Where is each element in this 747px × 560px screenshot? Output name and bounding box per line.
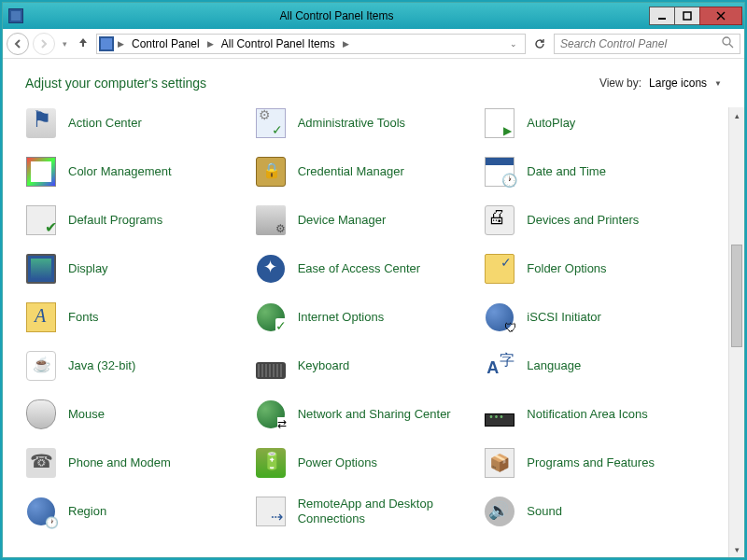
ease-icon [255, 253, 287, 285]
svg-line-5 [729, 44, 733, 48]
back-button[interactable] [7, 33, 29, 55]
scroll-up-button[interactable]: ▴ [729, 107, 744, 123]
item-label: Keyboard [298, 358, 350, 373]
control-panel-item[interactable]: Folder Options [484, 253, 706, 285]
breadcrumb-root[interactable]: Control Panel [128, 37, 204, 50]
item-label: Fonts [68, 310, 99, 325]
svg-point-4 [723, 37, 730, 45]
control-panel-item[interactable]: Phone and Modem [25, 447, 247, 479]
item-label: Region [68, 504, 106, 519]
folder-icon [484, 253, 515, 285]
control-panel-item[interactable]: Color Management [25, 156, 247, 188]
view-by: View by: Large icons ▼ [599, 77, 722, 90]
item-label: AutoPlay [527, 116, 575, 131]
navbar: ▾ ▶ Control Panel ▶ All Control Panel It… [3, 29, 744, 59]
notif-icon [484, 399, 515, 430]
close-button[interactable] [699, 7, 742, 25]
content-area: Action CenterAdministrative ToolsAutoPla… [3, 107, 744, 557]
cred-icon [255, 156, 287, 188]
control-panel-item[interactable]: Network and Sharing Center [255, 399, 477, 430]
chevron-down-icon[interactable]: ▼ [714, 79, 722, 88]
control-panel-item[interactable]: Devices and Printers [484, 204, 706, 236]
color-icon [25, 156, 57, 188]
chevron-right-icon[interactable]: ▶ [341, 39, 351, 49]
item-label: Device Manager [298, 213, 387, 228]
search-box[interactable] [554, 34, 740, 54]
devmgr-icon [255, 204, 287, 236]
scroll-thumb[interactable] [731, 245, 742, 347]
control-panel-item[interactable]: Administrative Tools [255, 107, 477, 139]
scroll-down-button[interactable]: ▾ [729, 541, 744, 557]
control-panel-item[interactable]: Default Programs [25, 204, 247, 236]
item-label: Ease of Access Center [298, 261, 421, 276]
mouse-icon [25, 399, 57, 430]
item-label: Java (32-bit) [68, 358, 135, 373]
control-panel-item[interactable]: Fonts [25, 301, 247, 333]
control-panel-item[interactable]: Language [484, 350, 706, 382]
kb-icon [255, 350, 287, 382]
item-label: Sound [527, 504, 562, 519]
item-label: Default Programs [68, 213, 162, 228]
remote-icon [255, 496, 287, 527]
item-label: Mouse [68, 407, 105, 422]
scroll-track[interactable] [729, 123, 744, 541]
scrollbar[interactable]: ▴ ▾ [728, 107, 744, 557]
control-panel-item[interactable]: Credential Manager [255, 156, 477, 188]
item-label: Credential Manager [298, 164, 404, 179]
control-panel-item[interactable]: Power Options [255, 447, 477, 479]
address-bar[interactable]: ▶ Control Panel ▶ All Control Panel Item… [96, 34, 526, 54]
breadcrumb-current[interactable]: All Control Panel Items [218, 37, 339, 50]
inet-icon [255, 301, 287, 333]
autoplay-icon [484, 107, 515, 139]
control-panel-item[interactable]: Internet Options [255, 301, 477, 333]
control-panel-item[interactable]: Date and Time [484, 156, 706, 188]
defprog-icon [25, 204, 57, 236]
control-panel-item[interactable]: Display [25, 253, 247, 285]
item-label: Power Options [298, 455, 377, 470]
titlebar[interactable]: All Control Panel Items [3, 3, 744, 29]
programs-icon [484, 447, 515, 479]
control-panel-item[interactable]: Ease of Access Center [255, 253, 477, 285]
control-panel-item[interactable]: Keyboard [255, 350, 477, 382]
printer-icon [484, 204, 515, 236]
control-panel-item[interactable]: Programs and Features [484, 447, 706, 479]
control-panel-item[interactable]: Sound [484, 496, 706, 527]
svg-rect-1 [684, 12, 691, 20]
control-panel-item[interactable]: RemoteApp and Desktop Connections [255, 496, 477, 527]
item-label: Language [527, 358, 581, 373]
control-panel-item[interactable]: Region [25, 496, 247, 527]
item-label: Display [68, 261, 108, 276]
item-label: RemoteApp and Desktop Connections [298, 497, 457, 525]
header: Adjust your computer's settings View by:… [3, 59, 744, 107]
fonts-icon [25, 301, 57, 333]
iscsi-icon [484, 301, 515, 333]
control-panel-item[interactable]: Java (32-bit) [25, 350, 247, 382]
item-label: Action Center [68, 116, 142, 131]
control-panel-item[interactable]: Mouse [25, 399, 247, 430]
item-label: Programs and Features [527, 455, 655, 470]
display-icon [25, 253, 57, 285]
address-dropdown-icon[interactable]: ⌄ [504, 39, 523, 49]
view-by-value[interactable]: Large icons [649, 77, 707, 90]
control-panel-item[interactable]: iSCSI Initiator [484, 301, 706, 333]
control-panel-item[interactable]: AutoPlay [484, 107, 706, 139]
item-label: Folder Options [527, 261, 606, 276]
window-buttons [650, 7, 742, 25]
control-panel-item[interactable]: Device Manager [255, 204, 477, 236]
history-dropdown-icon[interactable]: ▾ [59, 39, 70, 49]
up-button[interactable] [74, 35, 92, 52]
chevron-right-icon[interactable]: ▶ [205, 39, 216, 49]
search-input[interactable] [560, 37, 722, 50]
control-panel-item[interactable]: Notification Area Icons [484, 399, 706, 430]
forward-button[interactable] [33, 33, 55, 55]
item-label: Date and Time [527, 164, 606, 179]
item-label: Color Management [68, 164, 172, 179]
view-by-label: View by: [599, 77, 641, 90]
chevron-right-icon[interactable]: ▶ [116, 39, 126, 49]
minimize-button[interactable] [649, 7, 675, 25]
control-panel-icon [99, 36, 114, 51]
maximize-button[interactable] [674, 7, 700, 25]
control-panel-item[interactable]: Action Center [25, 107, 247, 139]
refresh-button[interactable] [529, 34, 550, 54]
control-panel-icon [8, 8, 23, 23]
